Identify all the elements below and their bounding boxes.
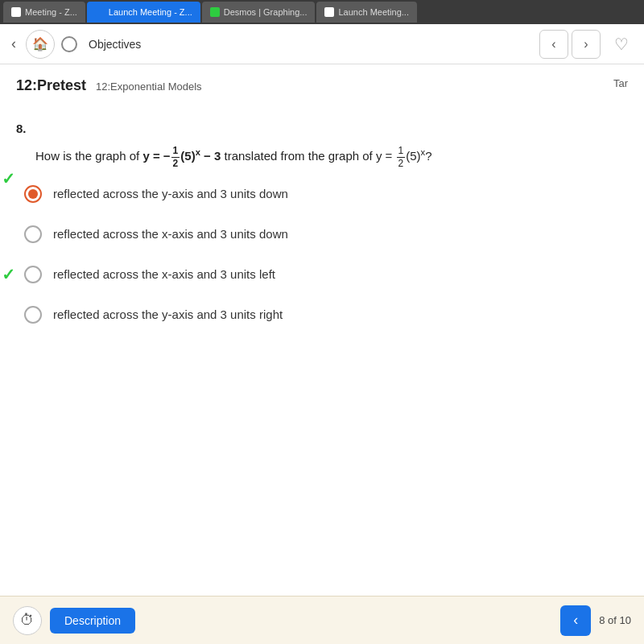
tab-meeting1[interactable]: Meeting - Z... [3, 2, 85, 23]
nav-bar: ‹ 🏠 Objectives ‹ › ♡ [0, 24, 644, 64]
page-title: 12:Pretest [16, 77, 86, 94]
home-button[interactable]: 🏠 [26, 30, 55, 59]
fraction-2: 12 [397, 145, 406, 169]
tab-icon-launch [95, 7, 105, 17]
next-button[interactable]: › [572, 30, 601, 59]
question-number: 8. [16, 122, 628, 135]
prev-page-button[interactable]: ‹ [560, 605, 591, 636]
equation-bold: y = −12(5)x − 3 [142, 149, 221, 163]
nav-arrows: ‹ › [539, 30, 601, 59]
fraction-1: 12 [171, 145, 180, 169]
check-1: ✓ [0, 169, 15, 188]
tab-icon-launch2 [324, 7, 334, 17]
answer-option-d[interactable]: reflected across the y-axis and 3 units … [24, 306, 628, 324]
back-button[interactable]: ‹ [8, 32, 19, 56]
answer-option-c[interactable]: reflected across the x-axis and 3 units … [24, 266, 628, 283]
answer-text-c: reflected across the x-axis and 3 units … [53, 267, 275, 281]
answer-text-a: reflected across the y-axis and 3 units … [53, 187, 288, 200]
answer-option-b[interactable]: reflected across the x-axis and 3 units … [24, 225, 628, 243]
page-info: 8 of 10 [599, 614, 631, 626]
question-text: How is the graph of y = −12(5)x − 3 tran… [16, 145, 628, 169]
check-2: ✓ [0, 265, 15, 284]
radio-a[interactable] [24, 185, 42, 203]
bottom-bar: ⏱ Description ‹ 8 of 10 [0, 596, 644, 644]
question-intro: How is the graph of [35, 149, 142, 163]
favorite-button[interactable]: ♡ [607, 30, 636, 59]
radio-inner-a [28, 189, 38, 199]
radio-c[interactable] [24, 266, 42, 283]
prev-page-icon: ‹ [573, 612, 578, 629]
home-icon: 🏠 [32, 36, 48, 52]
answer-options: reflected across the y-axis and 3 units … [16, 185, 628, 324]
description-button[interactable]: Description [50, 608, 135, 634]
objectives-label: Objectives [89, 38, 141, 51]
tab-launch[interactable]: Launch Meeting - Z... [87, 2, 200, 23]
answer-option-a[interactable]: reflected across the y-axis and 3 units … [24, 185, 628, 203]
tab-launch2[interactable]: Launch Meeting... [316, 2, 416, 23]
tab-bar: Meeting - Z... Launch Meeting - Z... Des… [0, 0, 644, 24]
answer-text-b: reflected across the x-axis and 3 units … [53, 227, 288, 241]
radio-b[interactable] [24, 225, 42, 243]
clock-icon: ⏱ [20, 612, 35, 629]
answer-text-d: reflected across the y-axis and 3 units … [53, 308, 283, 321]
question-section: 8. How is the graph of y = −12(5)x − 3 t… [16, 114, 628, 332]
page-top-right: Tar [613, 77, 628, 89]
objectives-circle-icon [61, 36, 77, 52]
equation2: y = 12(5)x? [376, 149, 432, 163]
tab-desmos[interactable]: Desmos | Graphing... [202, 2, 316, 23]
side-checks: ✓ ✓ [0, 169, 15, 284]
radio-d[interactable] [24, 306, 42, 324]
prev-button[interactable]: ‹ [539, 30, 568, 59]
tab-icon-meeting1 [11, 7, 21, 17]
translated-from: translated from the graph of [225, 149, 376, 163]
page-subtitle: 12:Exponential Models [96, 80, 202, 93]
tab-icon-desmos [210, 7, 220, 17]
main-content: ✓ ✓ 12:Pretest 12:Exponential Models Tar… [0, 64, 644, 596]
clock-button[interactable]: ⏱ [13, 606, 42, 635]
